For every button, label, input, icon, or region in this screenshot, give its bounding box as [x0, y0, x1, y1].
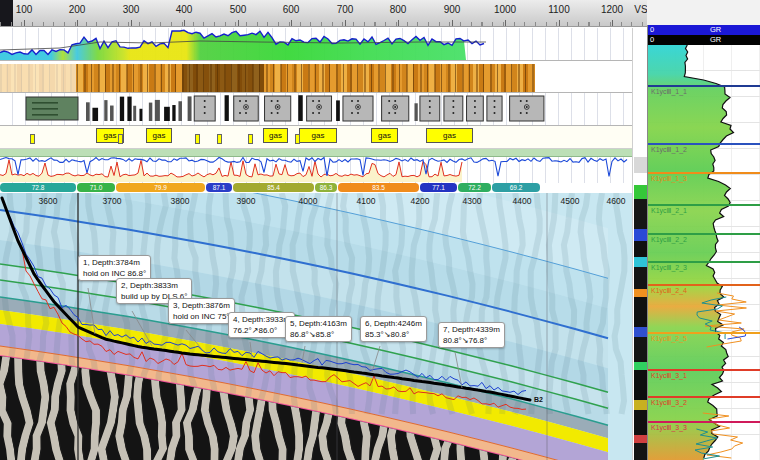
- trajectory-annotation-callout[interactable]: 6, Depth:4246m85.3°↘80.8°: [360, 316, 427, 342]
- formation-top-label: K1ycⅢ_1_1: [651, 88, 687, 96]
- formation-top-line: [648, 143, 760, 145]
- gas-show-tick: [195, 134, 200, 144]
- track-formation-color-band[interactable]: [0, 61, 632, 93]
- gas-show-tick: [295, 134, 300, 144]
- ruler-unit-label: VS: [634, 4, 647, 15]
- formation-top-line: [648, 284, 760, 286]
- strip-lith-block: [634, 185, 647, 199]
- strip-lith-block: [634, 370, 647, 400]
- inclination-segment-bar: 72.871.079.987.185.486.383.577.172.269.2: [0, 183, 632, 193]
- inclination-segment: 72.8: [0, 183, 76, 192]
- trajectory-annotation-callout[interactable]: 5, Depth:4163m86.8°↘85.8°: [285, 316, 352, 342]
- formation-top-line: [648, 421, 760, 423]
- formation-top-label: K1ycⅢ_2_1: [651, 207, 687, 215]
- ruler-tick-label: 1100: [548, 4, 570, 15]
- formation-top-label: K1ycⅢ_2_4: [651, 287, 687, 295]
- ruler-tick-label: 100: [16, 4, 33, 15]
- strip-lith-block: [634, 267, 647, 289]
- track-logging-curves[interactable]: [0, 149, 632, 184]
- formation-top-label: K1ycⅢ_2_5: [651, 335, 687, 343]
- gas-show-box: gas: [299, 128, 337, 143]
- callout-depth: 2, Depth:3833m: [121, 280, 187, 291]
- trajectory-annotation-callout[interactable]: 3, Depth:3876mhold on INC 75°: [168, 298, 235, 324]
- ruler-tick-label: 1200: [601, 4, 623, 15]
- formation-top-line: [648, 85, 760, 87]
- gas-show-tick: [217, 134, 222, 144]
- seismic-depth-label: 4100: [357, 196, 376, 206]
- sidebar-top-spacer: [647, 0, 760, 25]
- callout-action: 85.3°↘80.8°: [365, 329, 422, 340]
- gas-show-tick: [30, 134, 35, 144]
- ruler-tick-label: 200: [69, 4, 86, 15]
- strip-lith-block: [634, 297, 647, 327]
- divider-lithology-strip: [632, 28, 647, 460]
- callout-depth: 6, Depth:4246m: [365, 318, 422, 329]
- formation-top-line: [648, 261, 760, 263]
- seismic-section-view[interactable]: 3500360037003800390040004100420043004400…: [0, 193, 632, 460]
- gr-log-plot[interactable]: K1ycⅢ_1_1K1ycⅢ_1_2K1ycⅢ_1_3K1ycⅢ_2_1K1yc…: [648, 45, 760, 460]
- ruler-tick: [345, 20, 346, 26]
- gas-show-box: gas: [371, 128, 398, 143]
- formation-top-line: [648, 396, 760, 398]
- ruler-tick-label: 600: [283, 4, 300, 15]
- gr-vs-curve-graphic: [0, 28, 632, 60]
- seismic-depth-label: 4600: [607, 196, 626, 206]
- formation-band-light-section: [0, 64, 76, 92]
- formation-top-line: [648, 332, 760, 334]
- gr-curve-name: GR: [710, 35, 721, 45]
- formation-band-dark-section: [182, 64, 264, 92]
- callout-depth: 7, Depth:4339m: [443, 324, 500, 335]
- gr-header-black: 0 GR: [648, 35, 760, 45]
- callout-action: 86.8°↘85.8°: [290, 329, 347, 340]
- gr-header-blue: 0 GR: [648, 25, 760, 35]
- callout-action: hold on INC 75°: [173, 311, 230, 322]
- inclination-segment: 86.3: [315, 183, 337, 192]
- ruler-tick: [505, 20, 506, 26]
- track-gas-shows[interactable]: gasgasgasgasgasgas: [0, 126, 632, 149]
- formation-top-line: [648, 172, 760, 174]
- seismic-depth-label: 4000: [299, 196, 318, 206]
- formation-top-label: K1ycⅢ_3_1: [651, 372, 687, 380]
- strip-lith-block: [634, 229, 647, 241]
- ruler-tick-label: 900: [444, 4, 461, 15]
- ruler-tick-label: 1000: [494, 4, 516, 15]
- seismic-depth-label: 4500: [561, 196, 580, 206]
- trajectory-annotation-callout[interactable]: 7, Depth:4339m80.8°↘76.8°: [438, 322, 505, 348]
- callout-action: 76.2°↗86.0°: [233, 325, 290, 336]
- seismic-depth-label: 3700: [103, 196, 122, 206]
- gas-show-box: gas: [146, 128, 172, 143]
- inclination-segment: 85.4: [233, 183, 314, 192]
- formation-top-label: K1ycⅢ_2_3: [651, 264, 687, 272]
- inclination-segment: 71.0: [77, 183, 115, 192]
- strip-lith-block: [634, 362, 647, 370]
- ruler-tick-label: 400: [176, 4, 193, 15]
- ruler-tick-label: 700: [337, 4, 354, 15]
- inclination-segment: 87.1: [206, 183, 232, 192]
- ruler-tick-label: 500: [230, 4, 247, 15]
- target-label-b2: B2: [534, 396, 543, 403]
- strip-lith-block: [634, 400, 647, 410]
- formation-top-label: K1ycⅢ_2_2: [651, 236, 687, 244]
- ruler-tick: [291, 20, 292, 26]
- inclination-segment: 69.2: [492, 183, 540, 192]
- logging-curves-graphic: [0, 149, 632, 183]
- track-gr-vs-curve[interactable]: [0, 28, 632, 61]
- lithology-column-graphic: [0, 93, 632, 125]
- formation-top-line: [648, 204, 760, 206]
- track-lithology[interactable]: [0, 93, 632, 126]
- formation-top-line: [648, 369, 760, 371]
- vs-ruler: 100200300400500600700800900100011001200V…: [0, 0, 760, 27]
- gas-show-box: gas: [263, 128, 288, 143]
- gas-show-box: gas: [426, 128, 473, 143]
- callout-depth: 4, Depth:3933m: [233, 314, 290, 325]
- ruler-tick: [238, 20, 239, 26]
- ruler-tick-label: 800: [390, 4, 407, 15]
- strip-lith-block: [634, 337, 647, 362]
- callout-action: 80.8°↘76.8°: [443, 335, 500, 346]
- ruler-tick: [452, 20, 453, 26]
- ruler-tick: [612, 20, 613, 26]
- seismic-depth-label: 4200: [411, 196, 430, 206]
- offset-well-gr-panel[interactable]: 0 GR 0 GR K1ycⅢ_1_1K1ycⅢ_1_2K1ycⅢ_1_3K1y…: [647, 25, 760, 460]
- strip-lith-block: [634, 435, 647, 443]
- inclination-segment: 79.9: [116, 183, 205, 192]
